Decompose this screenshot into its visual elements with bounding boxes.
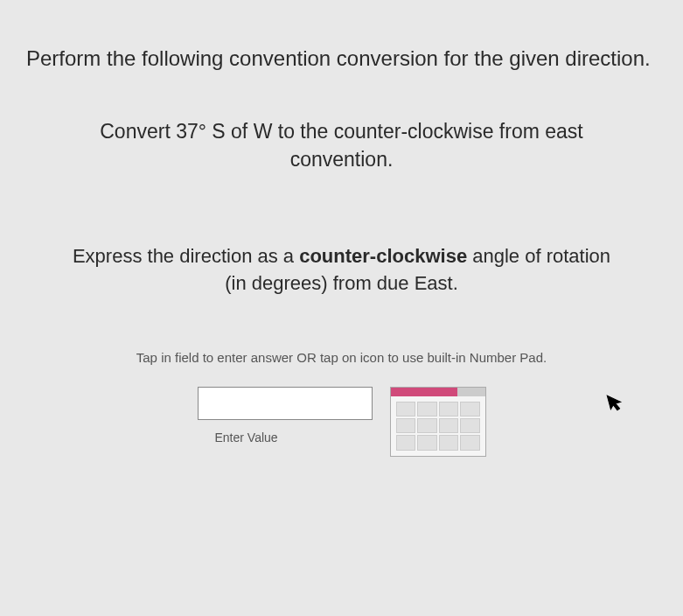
numpad-header-bar (391, 388, 485, 396)
enter-value-label: Enter Value (215, 430, 278, 444)
question-body-text: Convert 37° S of W to the counter-clockw… (61, 117, 622, 173)
numpad-key (460, 435, 480, 450)
numpad-key (417, 435, 437, 450)
input-area: Enter Value (26, 387, 657, 457)
numpad-key (417, 418, 437, 433)
instruction-prefix: Express the direction as a (73, 245, 299, 267)
numpad-key (439, 418, 459, 433)
instruction-text: Express the direction as a counter-clock… (61, 243, 622, 298)
numpad-key (396, 435, 416, 450)
numpad-grid (391, 396, 485, 456)
numpad-key (417, 402, 437, 416)
instruction-bold: counter-clockwise (299, 245, 467, 267)
numpad-key (460, 402, 480, 416)
numpad-key (396, 402, 416, 416)
numpad-key (460, 418, 480, 433)
numpad-key (439, 402, 459, 416)
numpad-key (396, 418, 416, 433)
numpad-key (439, 435, 459, 450)
numpad-icon[interactable] (390, 387, 486, 457)
answer-input[interactable] (198, 387, 373, 420)
input-hint-text: Tap in field to enter answer OR tap on i… (26, 350, 657, 365)
question-intro-text: Perform the following convention convers… (26, 44, 657, 74)
input-wrapper: Enter Value (198, 387, 373, 444)
